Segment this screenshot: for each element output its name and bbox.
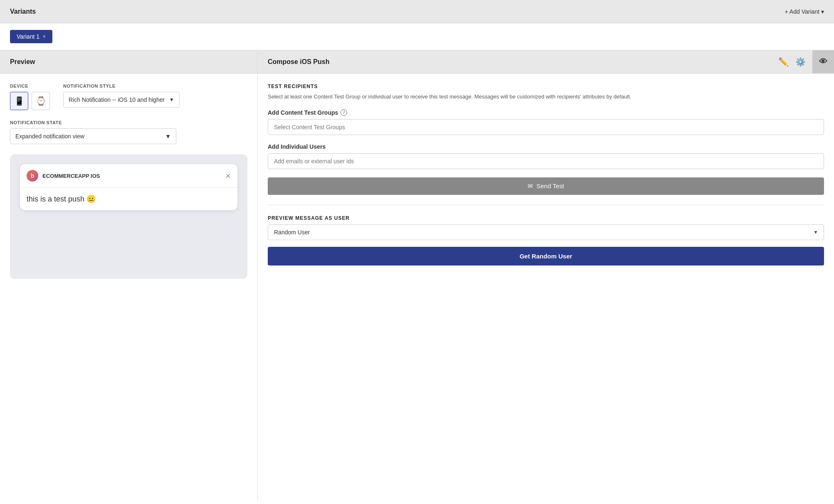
section-divider	[268, 205, 824, 205]
envelope-icon: ✉	[528, 182, 533, 190]
preview-message-title: PREVIEW MESSAGE AS USER	[268, 215, 824, 221]
compose-body: TEST RECIPIENTS Select at least one Cont…	[258, 74, 834, 500]
gear-icon[interactable]: ⚙️	[795, 57, 806, 67]
send-test-label: Send Test	[536, 182, 564, 189]
eye-icon[interactable]: 👁	[819, 57, 827, 66]
preview-user-section: PREVIEW MESSAGE AS USER Random User ▼ Ge…	[268, 215, 824, 266]
preview-panel: Preview DEVICE 📱 ⌚ NOTIFI	[0, 50, 258, 500]
get-random-user-button[interactable]: Get Random User	[268, 247, 824, 266]
notification-state-value: Expanded notification view	[15, 133, 84, 140]
variant-1-label: Variant 1	[17, 33, 39, 40]
chevron-down-icon: ▼	[169, 97, 174, 103]
user-select-wrapper: Random User ▼	[268, 224, 824, 240]
variants-title: Variants	[10, 8, 36, 15]
eye-tab[interactable]: 👁	[812, 50, 834, 74]
chevron-down-icon: ▾	[821, 8, 824, 15]
phone-preview-area: b ECOMMERCEAPP IOS ✕ this is a test push…	[10, 154, 247, 279]
notification-body: this is a test push 😐	[20, 188, 237, 210]
device-label: DEVICE	[10, 84, 50, 89]
test-recipients-title: TEST RECIPIENTS	[268, 84, 824, 89]
notification-style-value: Rich Notification -- iOS 10 and higher	[69, 96, 165, 103]
phone-icon: 📱	[14, 96, 25, 106]
individual-users-label: Add Individual Users	[268, 143, 824, 150]
notification-state-select[interactable]: Expanded notification view ▼	[10, 128, 176, 144]
add-variant-button[interactable]: + Add Variant ▾	[785, 8, 824, 15]
main-layout: Preview DEVICE 📱 ⌚ NOTIFI	[0, 50, 834, 500]
compose-title: Compose iOS Push	[268, 58, 329, 66]
pencil-icon[interactable]: ✏️	[778, 57, 789, 67]
preview-header: Preview	[0, 50, 257, 74]
notification-state-label: NOTIFICATION STATE	[10, 120, 247, 125]
get-random-user-label: Get Random User	[520, 253, 572, 260]
app-name: ECOMMERCEAPP IOS	[42, 173, 225, 179]
compose-header: Compose iOS Push ✏️ ⚙️ 👁	[258, 50, 834, 74]
watch-device-button[interactable]: ⌚	[32, 92, 50, 110]
individual-users-field: Add Individual Users	[268, 143, 824, 169]
compose-header-icons: ✏️ ⚙️ 👁	[778, 57, 824, 67]
compose-panel: Compose iOS Push ✏️ ⚙️ 👁 TEST RECIPIENTS…	[258, 50, 834, 500]
preview-user-select[interactable]: Random User	[268, 224, 824, 240]
variant-tabs-area: Variant 1 ×	[0, 23, 834, 50]
notification-style-select[interactable]: Rich Notification -- iOS 10 and higher ▼	[63, 92, 180, 108]
test-recipients-description: Select at least one Content Test Group o…	[268, 93, 824, 101]
device-icons: 📱 ⌚	[10, 92, 50, 110]
content-test-groups-help-icon[interactable]: ?	[341, 109, 347, 116]
variant-1-tab[interactable]: Variant 1 ×	[10, 30, 52, 43]
controls-row: DEVICE 📱 ⌚ NOTIFICATION STYLE Rich Notif…	[10, 84, 247, 110]
notification-message: this is a test push 😐	[27, 195, 96, 203]
app-icon: b	[27, 170, 38, 182]
app-icon-letter: b	[31, 172, 35, 179]
send-test-button[interactable]: ✉ Send Test	[268, 177, 824, 195]
variants-bar: Variants + Add Variant ▾	[0, 0, 834, 23]
content-test-groups-field: Add Content Test Groups ?	[268, 109, 824, 135]
add-variant-label: + Add Variant	[785, 8, 819, 15]
device-control: DEVICE 📱 ⌚	[10, 84, 50, 110]
watch-icon: ⌚	[36, 96, 46, 106]
phone-device-button[interactable]: 📱	[10, 92, 28, 110]
individual-users-input[interactable]	[268, 153, 824, 169]
notification-style-label: NOTIFICATION STYLE	[63, 84, 180, 89]
variant-1-close-icon[interactable]: ×	[43, 34, 46, 39]
test-recipients-section: TEST RECIPIENTS Select at least one Cont…	[268, 84, 824, 266]
notification-style-control: NOTIFICATION STYLE Rich Notification -- …	[63, 84, 180, 108]
content-test-groups-input[interactable]	[268, 119, 824, 135]
notification-close-icon[interactable]: ✕	[225, 172, 231, 180]
preview-body: DEVICE 📱 ⌚ NOTIFICATION STYLE Rich Notif…	[0, 74, 257, 500]
notification-header: b ECOMMERCEAPP IOS ✕	[20, 164, 237, 188]
notification-card: b ECOMMERCEAPP IOS ✕ this is a test push…	[20, 164, 237, 210]
notification-state-group: NOTIFICATION STATE Expanded notification…	[10, 120, 247, 144]
chevron-down-icon: ▼	[165, 133, 171, 140]
content-test-groups-label: Add Content Test Groups ?	[268, 109, 824, 116]
preview-title: Preview	[10, 58, 35, 66]
